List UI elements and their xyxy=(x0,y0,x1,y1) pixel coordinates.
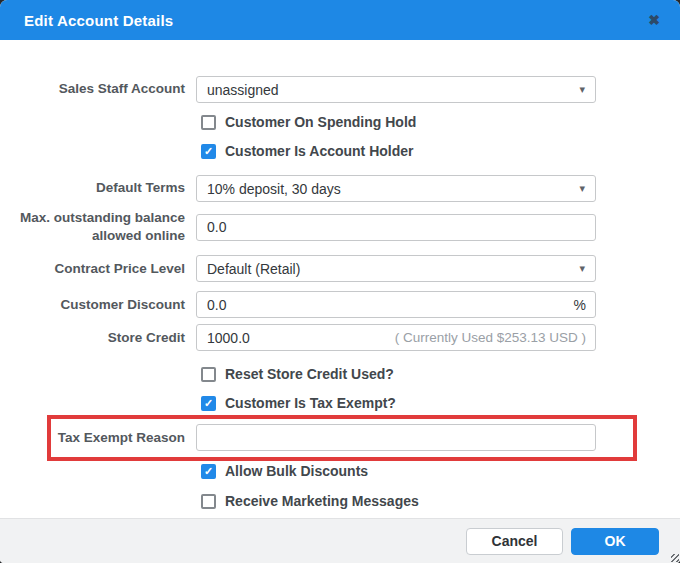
dialog-title: Edit Account Details xyxy=(24,12,173,29)
marketing-messages-label: Receive Marketing Messages xyxy=(225,493,419,509)
contract-price-value: Default (Retail) xyxy=(207,261,300,277)
max-outstanding-input[interactable] xyxy=(196,214,596,241)
default-terms-select[interactable]: 10% deposit, 30 days ▾ xyxy=(196,175,596,202)
bulk-discounts-row: ✓ Allow Bulk Discounts xyxy=(0,463,680,479)
default-terms-row: Default Terms 10% deposit, 30 days ▾ xyxy=(0,175,680,202)
cancel-button[interactable]: Cancel xyxy=(466,528,563,555)
tax-exempt-label: Customer Is Tax Exempt? xyxy=(225,395,396,411)
tax-exempt-reason-row: Tax Exempt Reason xyxy=(0,424,680,451)
dialog-footer: Cancel OK xyxy=(0,518,680,563)
marketing-messages-row: Receive Marketing Messages xyxy=(0,493,680,509)
spending-hold-row: Customer On Spending Hold xyxy=(0,114,680,130)
tax-exempt-reason-input[interactable] xyxy=(196,424,596,451)
customer-discount-row: Customer Discount % xyxy=(0,291,680,318)
contract-price-row: Contract Price Level Default (Retail) ▾ xyxy=(0,255,680,282)
contract-price-label: Contract Price Level xyxy=(0,260,185,278)
sales-staff-account-select[interactable]: unassigned ▾ xyxy=(196,76,596,103)
reset-store-credit-checkbox[interactable] xyxy=(201,367,216,382)
account-holder-label: Customer Is Account Holder xyxy=(225,143,414,159)
account-holder-checkbox[interactable]: ✓ xyxy=(201,144,216,159)
contract-price-select[interactable]: Default (Retail) ▾ xyxy=(196,255,596,282)
sales-staff-account-row: Sales Staff Account unassigned ▾ xyxy=(0,76,680,103)
default-terms-value: 10% deposit, 30 days xyxy=(207,181,341,197)
dialog-header: Edit Account Details ✖ xyxy=(0,0,680,40)
account-holder-row: ✓ Customer Is Account Holder xyxy=(0,143,680,159)
reset-store-credit-label: Reset Store Credit Used? xyxy=(225,366,394,382)
resize-handle[interactable] xyxy=(671,554,679,562)
sales-staff-account-value: unassigned xyxy=(207,82,279,98)
bulk-discounts-checkbox[interactable]: ✓ xyxy=(201,464,216,479)
edit-account-details-dialog: Edit Account Details ✖ Sales Staff Accou… xyxy=(0,0,680,563)
sales-staff-account-label: Sales Staff Account xyxy=(0,80,185,98)
store-credit-label: Store Credit xyxy=(0,329,185,347)
chevron-down-icon: ▾ xyxy=(579,263,585,274)
checkmark-icon: ✓ xyxy=(204,398,213,409)
tax-exempt-checkbox[interactable]: ✓ xyxy=(201,396,216,411)
tax-exempt-reason-label: Tax Exempt Reason xyxy=(0,429,185,447)
chevron-down-icon: ▾ xyxy=(579,183,585,194)
store-credit-row: Store Credit ( Currently Used $253.13 US… xyxy=(0,324,680,351)
max-outstanding-label: Max. outstanding balance allowed online xyxy=(0,209,185,245)
spending-hold-label: Customer On Spending Hold xyxy=(225,114,416,130)
reset-store-credit-row: Reset Store Credit Used? xyxy=(0,366,680,382)
close-icon[interactable]: ✖ xyxy=(648,13,660,27)
marketing-messages-checkbox[interactable] xyxy=(201,494,216,509)
bulk-discounts-label: Allow Bulk Discounts xyxy=(225,463,368,479)
spending-hold-checkbox[interactable] xyxy=(201,115,216,130)
store-credit-input[interactable] xyxy=(196,324,596,351)
ok-button[interactable]: OK xyxy=(571,528,659,555)
max-outstanding-row: Max. outstanding balance allowed online xyxy=(0,209,680,245)
chevron-down-icon: ▾ xyxy=(579,84,585,95)
customer-discount-input[interactable] xyxy=(196,291,596,318)
dialog-body: Sales Staff Account unassigned ▾ Custome… xyxy=(0,40,680,509)
customer-discount-label: Customer Discount xyxy=(0,296,185,314)
checkmark-icon: ✓ xyxy=(204,146,213,157)
tax-exempt-row: ✓ Customer Is Tax Exempt? xyxy=(0,395,680,411)
checkmark-icon: ✓ xyxy=(204,466,213,477)
default-terms-label: Default Terms xyxy=(0,179,185,197)
